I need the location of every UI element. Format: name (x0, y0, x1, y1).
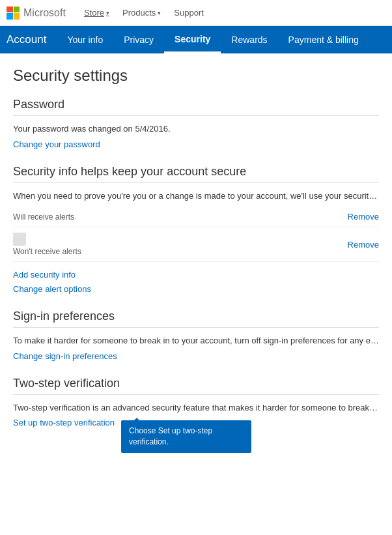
store-chevron-icon: ▾ (106, 10, 109, 16)
row1-label: Will receive alerts (13, 212, 74, 222)
security-links: Add security info Change alert options (13, 270, 379, 294)
remove-link-1[interactable]: Remove (348, 212, 379, 222)
nav-your-info[interactable]: Your info (57, 26, 113, 53)
change-password-link[interactable]: Change your password (13, 139, 100, 149)
change-signin-prefs-link[interactable]: Change sign-in preferences (13, 351, 117, 361)
signin-prefs-title: Sign-in preferences (13, 310, 379, 323)
top-nav-links: Store ▾ Products ▾ Support (79, 8, 209, 18)
two-step-description: Two-step verification is an advanced sec… (13, 403, 379, 412)
security-info-row-2: Won't receive alerts Remove (13, 227, 379, 262)
signin-prefs-description: To make it harder for someone to break i… (13, 336, 379, 345)
security-info-description: When you need to prove you're you or a c… (13, 191, 379, 201)
nav-rewards[interactable]: Rewards (221, 26, 277, 53)
page-title: Security settings (13, 66, 379, 85)
brand-name: Microsoft (23, 7, 66, 19)
payment-chevron-icon: ▾ (361, 36, 365, 43)
store-link[interactable]: Store ▾ (79, 8, 115, 18)
two-step-section: Two-step verification Two-step verificat… (13, 377, 379, 453)
signin-prefs-divider (13, 327, 379, 328)
security-info-title: Security info helps keep your account se… (13, 165, 379, 179)
two-step-action-row: Set up two-step verification Choose Set … (13, 418, 379, 453)
security-info-section: Security info helps keep your account se… (13, 165, 379, 294)
password-info: Your password was changed on 5/4/2016. (13, 124, 379, 134)
products-link[interactable]: Products ▾ (117, 8, 166, 18)
password-divider (13, 115, 379, 116)
nav-payment[interactable]: Payment & billing ▾ (278, 26, 375, 53)
setup-two-step-link[interactable]: Set up two-step verification (13, 418, 115, 427)
signin-prefs-section: Sign-in preferences To make it harder fo… (13, 310, 379, 361)
account-brand-label[interactable]: Account (7, 26, 57, 53)
add-security-info-link[interactable]: Add security info (13, 270, 379, 280)
security-info-row-1: Will receive alerts Remove (13, 206, 379, 227)
password-section: Password Your password was changed on 5/… (13, 98, 379, 149)
nav-security[interactable]: Security (164, 26, 221, 53)
microsoft-logo: Microsoft (7, 7, 66, 20)
account-navigation: Account Your info Privacy Security Rewar… (0, 26, 392, 53)
remove-link-2[interactable]: Remove (348, 240, 379, 250)
main-content: Security settings Password Your password… (0, 53, 392, 488)
row2-label: Won't receive alerts (13, 247, 81, 256)
row2-left: Won't receive alerts (13, 233, 81, 256)
password-section-title: Password (13, 98, 379, 111)
top-navigation: Microsoft Store ▾ Products ▾ Support (0, 0, 392, 26)
nav-privacy[interactable]: Privacy (113, 26, 164, 53)
setup-tooltip: Choose Set up two-step verification. (121, 420, 251, 453)
support-link[interactable]: Support (169, 8, 209, 18)
row1-left: Will receive alerts (13, 211, 74, 222)
security-item-icon (13, 233, 26, 246)
products-chevron-icon: ▾ (158, 10, 161, 16)
two-step-title: Two-step verification (13, 377, 379, 390)
change-alert-options-link[interactable]: Change alert options (13, 284, 91, 294)
security-info-divider (13, 182, 379, 183)
two-step-divider (13, 394, 379, 395)
